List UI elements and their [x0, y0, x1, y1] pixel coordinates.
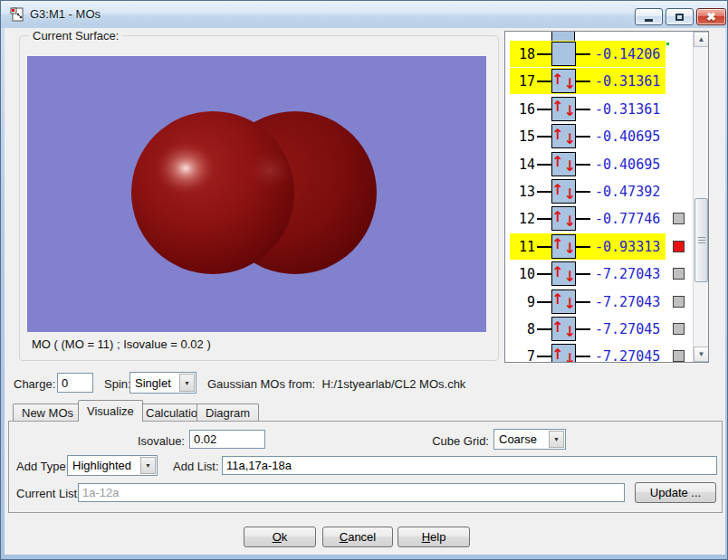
tab-new-mos[interactable]: New MOs: [13, 403, 82, 422]
mo-checkbox[interactable]: [673, 268, 685, 280]
tab-diagram[interactable]: Diagram: [196, 403, 259, 422]
update-button-label: Update ...: [650, 486, 701, 499]
mo-orbital-box[interactable]: ↑↓: [551, 344, 576, 363]
spin-down-arrow-icon: ↓: [564, 325, 576, 339]
spin-up-arrow-icon: ↑: [551, 72, 563, 87]
mo-row-18[interactable]: 18-0.14206: [505, 41, 693, 67]
mo-number: 15: [509, 128, 535, 145]
mo-checkbox[interactable]: [673, 323, 685, 335]
mo-row-11[interactable]: 11↑↓-0.93313: [505, 233, 693, 260]
cancel-button[interactable]: Cancel: [322, 527, 393, 547]
cube-grid-value: Coarse: [494, 432, 548, 446]
mo-orbital-box[interactable]: ↑↓: [551, 234, 576, 259]
mo-level-line: [537, 191, 551, 193]
mo-level-line: [537, 356, 551, 357]
add-list-input[interactable]: [222, 456, 717, 475]
add-type-dropdown[interactable]: Highlighted ▼: [67, 455, 158, 476]
mo-orbital-box[interactable]: ↑↓: [551, 261, 576, 286]
spin-down-arrow-icon: ↓: [564, 104, 576, 119]
mo-orbital-box[interactable]: ↑↓: [551, 69, 576, 93]
mo-number: 11: [509, 239, 535, 255]
mo-level-line: [537, 109, 551, 110]
current-surface-label: Current Surface:: [29, 29, 122, 43]
mo-level-line: [537, 246, 551, 248]
ok-button[interactable]: Ok: [244, 527, 316, 547]
chevron-down-icon[interactable]: ▼: [179, 374, 195, 392]
scrollbar-grip: [698, 242, 705, 243]
tab-visualize[interactable]: Visualize: [78, 400, 143, 422]
scrollbar-thumb[interactable]: [694, 198, 708, 282]
mo-number: 14: [509, 157, 535, 173]
spin-dropdown[interactable]: Singlet ▼: [129, 372, 196, 394]
mo-source-text: Gaussian MOs from: H:/1styearlab/CL2 MOs…: [207, 377, 465, 391]
mo-orbital-box[interactable]: ↑↓: [551, 124, 576, 148]
spin-label: Spin:: [104, 377, 131, 391]
spin-up-arrow-icon: ↑: [551, 347, 563, 362]
mo-list-scrollbar[interactable]: ▲ ▼: [693, 32, 708, 362]
mo-number: 17: [509, 73, 535, 90]
dialog-body: Current Surface:: [5, 28, 725, 555]
spin-up-arrow-icon: ↑: [551, 183, 563, 197]
charge-input[interactable]: [57, 373, 93, 393]
titlebar[interactable]: G3:M1 - MOs ✖: [1, 1, 728, 28]
mo-row-14[interactable]: 14↑↓-0.40695: [505, 151, 693, 177]
mos-dialog-window: G3:M1 - MOs ✖ Current Surface:: [0, 0, 728, 560]
spin-down-arrow-icon: ↓: [564, 214, 576, 229]
mo-orbital-box[interactable]: ↑↓: [551, 206, 576, 231]
mo-checkbox[interactable]: [673, 213, 685, 224]
cube-grid-dropdown[interactable]: Coarse ▼: [493, 429, 566, 450]
spin-up-arrow-icon: ↑: [551, 237, 563, 252]
mo-level-line: [576, 136, 590, 138]
mo-energy-value: -0.14206: [595, 46, 660, 62]
update-button[interactable]: Update ...: [635, 482, 716, 503]
help-button[interactable]: Help: [398, 527, 470, 547]
chevron-down-icon[interactable]: ▼: [140, 457, 156, 474]
mo-row-13[interactable]: 13↑↓-0.47392: [505, 178, 693, 204]
mo-row-16[interactable]: 16↑↓-0.31361: [505, 96, 693, 122]
mo-orbital-box[interactable]: ↑↓: [551, 289, 576, 314]
mo-checkbox[interactable]: [673, 296, 685, 308]
mo-checkbox[interactable]: [673, 241, 685, 252]
mo-row-7[interactable]: 7↑↓-7.27045: [505, 343, 693, 363]
mo-row-17[interactable]: 17↑↓-0.31361: [505, 68, 693, 94]
scroll-up-button[interactable]: ▲: [694, 32, 709, 47]
close-button[interactable]: ✖: [696, 8, 726, 25]
mo-row-12[interactable]: 12↑↓-0.77746: [505, 205, 693, 232]
mo-level-line: [576, 191, 590, 193]
add-type-value: Highlighted: [68, 459, 139, 472]
window-title: G3:M1 - MOs: [30, 7, 101, 21]
tab-label: Visualize: [87, 404, 134, 418]
scroll-down-button[interactable]: ▼: [694, 346, 709, 362]
mo-energy-value: -0.40695: [595, 128, 660, 145]
minimize-button[interactable]: [635, 8, 663, 25]
mo-energy-value: -0.31361: [595, 73, 660, 90]
mo-orbital-box[interactable]: ↑↓: [551, 152, 576, 176]
tab-label: New MOs: [22, 406, 73, 420]
current-list-input[interactable]: [78, 483, 625, 502]
mo-row-9[interactable]: 9↑↓-7.27043: [505, 289, 693, 315]
charge-label: Charge:: [14, 377, 55, 391]
chevron-down-icon[interactable]: ▼: [549, 431, 564, 448]
mo-energy-value: -0.47392: [595, 184, 660, 200]
mo-number: 16: [509, 101, 535, 118]
tab-label: Calculation: [146, 406, 204, 420]
maximize-button[interactable]: [666, 8, 694, 25]
mo-orbital-box[interactable]: ↑↓: [551, 97, 576, 121]
mo-orbital-box[interactable]: [551, 42, 576, 66]
surface-viewport[interactable]: [27, 56, 486, 332]
mo-level-line: [537, 164, 551, 166]
mo-level-line: [576, 218, 590, 220]
mo-orbital-box[interactable]: ↑↓: [551, 179, 576, 204]
mo-level-line: [576, 273, 590, 275]
mo-orbital-box[interactable]: ↑↓: [551, 317, 576, 341]
mo-row-15[interactable]: 15↑↓-0.40695: [505, 123, 693, 149]
close-icon: ✖: [706, 11, 716, 23]
mo-level-line: [576, 356, 590, 357]
mo-level-line: [576, 109, 590, 110]
mo-row-10[interactable]: 10↑↓-7.27043: [505, 261, 693, 287]
isovalue-input[interactable]: [189, 430, 265, 449]
mo-energy-value: -0.93313: [595, 239, 660, 255]
mo-row-8[interactable]: 8↑↓-7.27045: [505, 316, 693, 342]
mo-checkbox[interactable]: [673, 350, 685, 362]
mo-list[interactable]: 18-0.1420617↑↓-0.3136116↑↓-0.3136115↑↓-0…: [504, 31, 709, 363]
